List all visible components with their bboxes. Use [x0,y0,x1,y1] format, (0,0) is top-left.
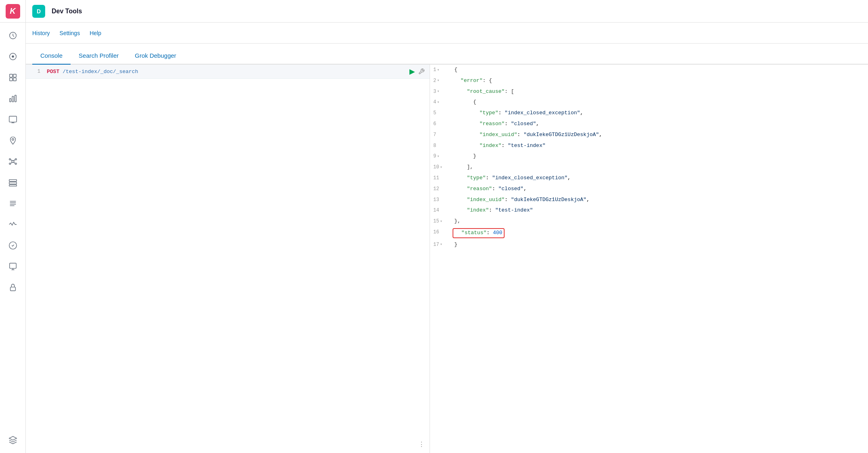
tab-grok-debugger[interactable]: Grok Debugger [127,47,184,65]
line-content-9: } [454,152,865,161]
line-content-16: "status": 400 [454,228,865,238]
svg-rect-9 [15,95,16,102]
line-content-15: }, [454,217,865,226]
kibana-logo[interactable]: K [6,4,20,19]
nav-icon-lock[interactable] [3,278,23,297]
line-content-14: "index": "test-index" [454,206,865,215]
nav-icon-siem[interactable] [3,257,23,276]
nav-icon-maps[interactable] [3,131,23,150]
output-line-8: 8 "index": "test-index" [430,141,868,151]
svg-point-13 [12,138,14,141]
svg-line-21 [10,162,12,164]
nav-icon-logs[interactable] [3,194,23,213]
svg-rect-23 [9,180,16,182]
svg-point-16 [15,159,17,160]
line-num-15: 15▾ [433,217,448,225]
secondary-nav: History Settings Help [26,23,868,44]
svg-rect-10 [9,116,16,122]
main-area: D Dev Tools History Settings Help Consol… [26,0,868,453]
output-line-10: 10▾ ], [430,162,868,173]
nav-icon-canvas[interactable] [3,110,23,129]
output-line-12: 12 "reason": "closed", [430,184,868,195]
output-line-3: 3▾ "root_cause": [ [430,86,868,97]
svg-point-17 [9,163,10,165]
svg-point-15 [9,159,10,160]
output-line-7: 7 "index_uuid": "dukIekeGTDGz1UzDeskjoA"… [430,130,868,141]
line-num-9: 9▾ [433,152,448,160]
output-line-11: 11 "type": "index_closed_exception", [430,173,868,184]
svg-rect-8 [12,96,14,102]
run-button[interactable]: ▶ [409,67,415,76]
output-line-14: 14 "index": "test-index" [430,205,868,216]
app-icon-letter: D [37,8,41,15]
line-content-12: "reason": "closed", [454,185,865,193]
nav-help[interactable]: Help [90,30,101,36]
logo-area: K [0,0,26,23]
nav-rail: K [0,0,26,453]
svg-point-2 [12,55,14,58]
line-content-6: "reason": "closed", [454,120,865,128]
editor-body[interactable] [26,79,430,453]
line-num-17: 17▾ [433,241,448,249]
svg-rect-30 [9,263,16,268]
line-num-8: 8 [433,142,448,150]
top-bar: D Dev Tools [26,0,868,23]
line-content-3: "root_cause": [ [454,88,865,96]
line-content-5: "type": "index_closed_exception", [454,109,865,117]
line-content-7: "index_uuid": "dukIekeGTDGz1UzDeskjoA", [454,131,865,139]
svg-rect-5 [9,78,12,81]
tab-console[interactable]: Console [32,47,71,65]
output-line-2: 2▾ "error": { [430,76,868,86]
nav-icon-uptime[interactable] [3,236,23,255]
nav-icon-clock[interactable] [3,26,23,45]
output-line-13: 13 "index_uuid": "dukIekeGTDGz1UzDeskjoA… [430,195,868,206]
svg-rect-24 [9,182,16,184]
tabs-bar: Console Search Profiler Grok Debugger [26,44,868,65]
line-num-6: 6 [433,120,448,128]
output-line-1: 1▾ { [430,65,868,76]
line-content-13: "index_uuid": "dukIekeGTDGz1UzDeskjoA", [454,196,865,204]
wrench-button[interactable] [418,68,425,75]
svg-line-20 [13,159,15,161]
line-num-7: 7 [433,131,448,139]
line-content-2: "error": { [454,77,865,85]
output-line-5: 5 "type": "index_closed_exception", [430,108,868,119]
nav-icon-discover[interactable] [3,47,23,66]
nav-icon-ml[interactable] [3,152,23,171]
editor-request-line[interactable]: 1 POST /test-index/_doc/_search ▶ [26,65,430,79]
editor-more-button[interactable]: ⋮ [418,440,425,448]
line-num-16: 16 [433,228,448,236]
editor-line-number: 1 [31,69,40,74]
nav-history[interactable]: History [32,30,50,36]
output-line-15: 15▾ }, [430,216,868,227]
svg-rect-6 [13,78,16,81]
line-num-14: 14 [433,206,448,214]
output-pane: 1▾ { 2▾ "error": { 3▾ "root_cause": [ 4▾ [430,65,868,453]
editor-actions: ▶ [409,67,425,76]
svg-rect-33 [10,287,15,291]
output-line-6: 6 "reason": "closed", [430,119,868,130]
nav-icon-infrastructure[interactable] [3,173,23,192]
svg-line-22 [13,162,15,164]
app-title: Dev Tools [52,8,82,15]
line-content-8: "index": "test-index" [454,142,865,150]
editor-pane: 1 POST /test-index/_doc/_search ▶ ⋮ [26,65,430,453]
line-content-11: "type": "index_closed_exception", [454,174,865,182]
tab-search-profiler[interactable]: Search Profiler [71,47,127,65]
nav-icon-stack[interactable] [3,430,23,450]
output-line-4: 4▾ { [430,97,868,108]
nav-icon-visualize[interactable] [3,89,23,108]
line-content-17: } [454,241,865,249]
line-num-3: 3▾ [433,88,448,96]
http-method: POST [47,69,59,75]
nav-icon-dashboard[interactable] [3,68,23,87]
devtools-icon: D [32,5,45,18]
svg-point-18 [15,163,17,165]
nav-icon-apm[interactable] [3,215,23,234]
svg-rect-7 [9,99,11,102]
line-content-10: ], [454,163,865,172]
content-area: 1 POST /test-index/_doc/_search ▶ ⋮ [26,65,868,453]
svg-line-19 [10,159,12,161]
output-line-16: 16 "status": 400 [430,227,868,239]
nav-settings[interactable]: Settings [60,30,80,36]
